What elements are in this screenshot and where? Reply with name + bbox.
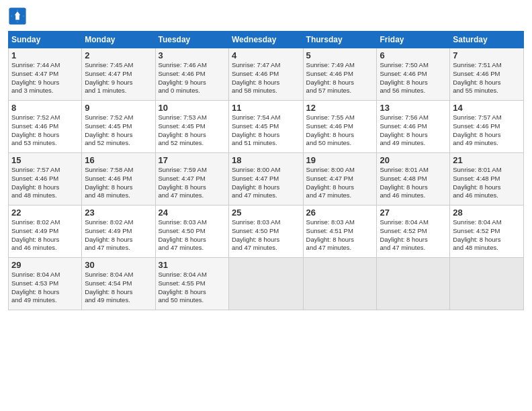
- calendar-cell: 28 Sunrise: 8:04 AM Sunset: 4:52 PM Dayl…: [450, 205, 524, 258]
- day-info: Sunrise: 7:57 AM Sunset: 4:46 PM Dayligh…: [453, 113, 521, 148]
- day-number: 18: [232, 155, 300, 165]
- day-number: 1: [11, 50, 79, 60]
- day-info: Sunrise: 7:53 AM Sunset: 4:45 PM Dayligh…: [159, 113, 226, 148]
- day-number: 7: [453, 50, 521, 60]
- calendar-cell: 17 Sunrise: 7:59 AM Sunset: 4:47 PM Dayl…: [155, 153, 228, 205]
- calendar-cell: 24 Sunrise: 8:03 AM Sunset: 4:50 PM Dayl…: [155, 205, 228, 258]
- calendar-cell: 16 Sunrise: 7:58 AM Sunset: 4:46 PM Dayl…: [82, 153, 155, 205]
- page-container: Sunday Monday Tuesday Wednesday Thursday…: [0, 0, 532, 317]
- day-number: 9: [85, 103, 152, 113]
- day-number: 10: [159, 103, 226, 113]
- day-number: 20: [380, 155, 447, 165]
- calendar-week-row: 22 Sunrise: 8:02 AM Sunset: 4:49 PM Dayl…: [9, 205, 524, 258]
- day-number: 15: [11, 155, 79, 165]
- calendar-cell: 10 Sunrise: 7:53 AM Sunset: 4:45 PM Dayl…: [155, 101, 228, 153]
- day-number: 24: [159, 208, 226, 218]
- day-number: 11: [232, 103, 300, 113]
- header: [8, 7, 524, 26]
- day-info: Sunrise: 7:50 AM Sunset: 4:46 PM Dayligh…: [380, 61, 447, 95]
- day-number: 28: [453, 208, 521, 218]
- day-info: Sunrise: 8:02 AM Sunset: 4:49 PM Dayligh…: [11, 218, 79, 253]
- calendar-week-row: 15 Sunrise: 7:57 AM Sunset: 4:46 PM Dayl…: [9, 153, 524, 205]
- calendar-cell: 19 Sunrise: 8:00 AM Sunset: 4:47 PM Dayl…: [303, 153, 377, 205]
- day-info: Sunrise: 8:00 AM Sunset: 4:47 PM Dayligh…: [306, 166, 374, 200]
- calendar-cell: 30 Sunrise: 8:04 AM Sunset: 4:54 PM Dayl…: [82, 258, 155, 310]
- calendar-cell: 22 Sunrise: 8:02 AM Sunset: 4:49 PM Dayl…: [9, 205, 82, 258]
- calendar-cell: 23 Sunrise: 8:02 AM Sunset: 4:49 PM Dayl…: [82, 205, 155, 258]
- day-info: Sunrise: 8:03 AM Sunset: 4:50 PM Dayligh…: [159, 218, 226, 253]
- day-info: Sunrise: 7:58 AM Sunset: 4:46 PM Dayligh…: [85, 166, 152, 200]
- calendar-cell: 14 Sunrise: 7:57 AM Sunset: 4:46 PM Dayl…: [450, 101, 524, 153]
- day-number: 26: [306, 208, 374, 218]
- day-number: 3: [159, 50, 226, 60]
- day-info: Sunrise: 8:00 AM Sunset: 4:47 PM Dayligh…: [232, 166, 300, 200]
- day-number: 29: [11, 260, 79, 270]
- calendar-cell: 21 Sunrise: 8:01 AM Sunset: 4:48 PM Dayl…: [450, 153, 524, 205]
- day-info: Sunrise: 7:52 AM Sunset: 4:46 PM Dayligh…: [11, 113, 79, 148]
- day-number: 22: [11, 208, 79, 218]
- day-info: Sunrise: 7:51 AM Sunset: 4:46 PM Dayligh…: [453, 61, 521, 95]
- day-number: 6: [380, 50, 447, 60]
- calendar-cell: 26 Sunrise: 8:03 AM Sunset: 4:51 PM Dayl…: [303, 205, 377, 258]
- day-info: Sunrise: 7:52 AM Sunset: 4:45 PM Dayligh…: [85, 113, 152, 148]
- day-info: Sunrise: 7:55 AM Sunset: 4:46 PM Dayligh…: [306, 113, 374, 148]
- calendar-cell: 18 Sunrise: 8:00 AM Sunset: 4:47 PM Dayl…: [228, 153, 303, 205]
- col-thursday: Thursday: [303, 32, 377, 48]
- day-number: 21: [453, 155, 521, 165]
- calendar-cell: 20 Sunrise: 8:01 AM Sunset: 4:48 PM Dayl…: [377, 153, 450, 205]
- day-info: Sunrise: 7:45 AM Sunset: 4:47 PM Dayligh…: [85, 61, 152, 95]
- day-number: 12: [306, 103, 374, 113]
- day-info: Sunrise: 8:02 AM Sunset: 4:49 PM Dayligh…: [85, 218, 152, 253]
- calendar-cell: 31 Sunrise: 8:04 AM Sunset: 4:55 PM Dayl…: [155, 258, 228, 310]
- day-number: 19: [306, 155, 374, 165]
- day-number: 2: [85, 50, 152, 60]
- day-info: Sunrise: 8:01 AM Sunset: 4:48 PM Dayligh…: [380, 166, 447, 200]
- calendar-cell: 25 Sunrise: 8:03 AM Sunset: 4:50 PM Dayl…: [228, 205, 303, 258]
- col-wednesday: Wednesday: [228, 32, 303, 48]
- col-sunday: Sunday: [9, 32, 82, 48]
- calendar-cell: 9 Sunrise: 7:52 AM Sunset: 4:45 PM Dayli…: [82, 101, 155, 153]
- calendar-cell: 7 Sunrise: 7:51 AM Sunset: 4:46 PM Dayli…: [450, 48, 524, 101]
- calendar-cell: 5 Sunrise: 7:49 AM Sunset: 4:46 PM Dayli…: [303, 48, 377, 101]
- day-info: Sunrise: 7:57 AM Sunset: 4:46 PM Dayligh…: [11, 166, 79, 200]
- day-info: Sunrise: 7:59 AM Sunset: 4:47 PM Dayligh…: [159, 166, 226, 200]
- calendar-header-row: Sunday Monday Tuesday Wednesday Thursday…: [9, 32, 524, 48]
- calendar-week-row: 8 Sunrise: 7:52 AM Sunset: 4:46 PM Dayli…: [9, 101, 524, 153]
- day-info: Sunrise: 8:01 AM Sunset: 4:48 PM Dayligh…: [453, 166, 521, 200]
- day-info: Sunrise: 8:04 AM Sunset: 4:53 PM Dayligh…: [11, 271, 79, 305]
- day-number: 25: [232, 208, 300, 218]
- day-info: Sunrise: 7:56 AM Sunset: 4:46 PM Dayligh…: [380, 113, 447, 148]
- calendar-cell: 11 Sunrise: 7:54 AM Sunset: 4:45 PM Dayl…: [228, 101, 303, 153]
- calendar-week-row: 29 Sunrise: 8:04 AM Sunset: 4:53 PM Dayl…: [9, 258, 524, 310]
- calendar-cell: [450, 258, 524, 310]
- day-info: Sunrise: 8:04 AM Sunset: 4:54 PM Dayligh…: [85, 271, 152, 305]
- day-info: Sunrise: 8:04 AM Sunset: 4:52 PM Dayligh…: [380, 218, 447, 253]
- calendar-cell: 15 Sunrise: 7:57 AM Sunset: 4:46 PM Dayl…: [9, 153, 82, 205]
- day-number: 5: [306, 50, 374, 60]
- calendar-cell: 3 Sunrise: 7:46 AM Sunset: 4:46 PM Dayli…: [155, 48, 228, 101]
- day-number: 23: [85, 208, 152, 218]
- logo-icon: [8, 7, 27, 26]
- day-info: Sunrise: 7:47 AM Sunset: 4:46 PM Dayligh…: [232, 61, 300, 95]
- calendar-cell: 13 Sunrise: 7:56 AM Sunset: 4:46 PM Dayl…: [377, 101, 450, 153]
- col-friday: Friday: [377, 32, 450, 48]
- day-number: 31: [159, 260, 226, 270]
- calendar-cell: [303, 258, 377, 310]
- calendar-cell: 8 Sunrise: 7:52 AM Sunset: 4:46 PM Dayli…: [9, 101, 82, 153]
- calendar-cell: 27 Sunrise: 8:04 AM Sunset: 4:52 PM Dayl…: [377, 205, 450, 258]
- day-info: Sunrise: 8:03 AM Sunset: 4:50 PM Dayligh…: [232, 218, 300, 253]
- calendar-week-row: 1 Sunrise: 7:44 AM Sunset: 4:47 PM Dayli…: [9, 48, 524, 101]
- calendar-cell: 1 Sunrise: 7:44 AM Sunset: 4:47 PM Dayli…: [9, 48, 82, 101]
- calendar-cell: 2 Sunrise: 7:45 AM Sunset: 4:47 PM Dayli…: [82, 48, 155, 101]
- day-number: 4: [232, 50, 300, 60]
- calendar-cell: 12 Sunrise: 7:55 AM Sunset: 4:46 PM Dayl…: [303, 101, 377, 153]
- calendar-cell: 6 Sunrise: 7:50 AM Sunset: 4:46 PM Dayli…: [377, 48, 450, 101]
- col-tuesday: Tuesday: [155, 32, 228, 48]
- day-number: 30: [85, 260, 152, 270]
- col-monday: Monday: [82, 32, 155, 48]
- day-number: 14: [453, 103, 521, 113]
- day-info: Sunrise: 7:44 AM Sunset: 4:47 PM Dayligh…: [11, 61, 79, 95]
- day-number: 27: [380, 208, 447, 218]
- day-info: Sunrise: 7:49 AM Sunset: 4:46 PM Dayligh…: [306, 61, 374, 95]
- day-info: Sunrise: 8:04 AM Sunset: 4:52 PM Dayligh…: [453, 218, 521, 253]
